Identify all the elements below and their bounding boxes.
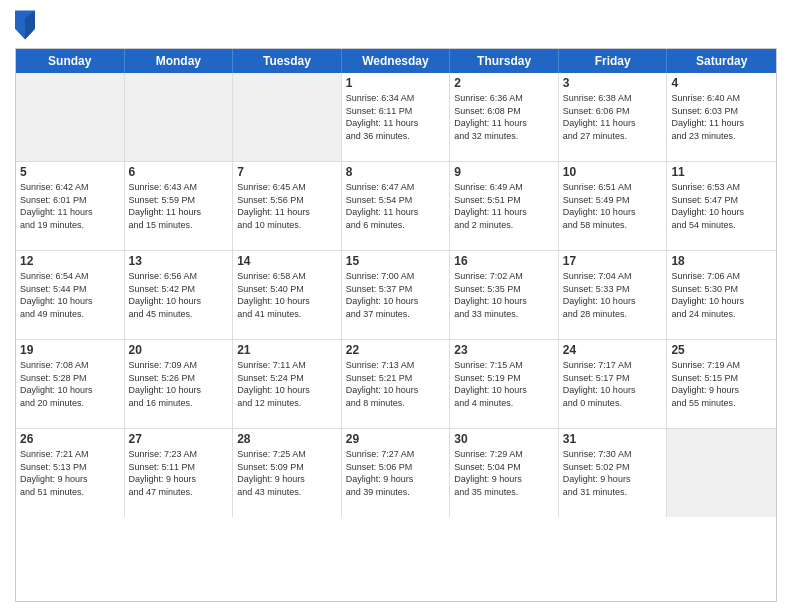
calendar-cell: 22Sunrise: 7:13 AM Sunset: 5:21 PM Dayli… <box>342 340 451 428</box>
calendar-cell: 24Sunrise: 7:17 AM Sunset: 5:17 PM Dayli… <box>559 340 668 428</box>
day-info: Sunrise: 7:19 AM Sunset: 5:15 PM Dayligh… <box>671 359 772 409</box>
calendar-week-row: 12Sunrise: 6:54 AM Sunset: 5:44 PM Dayli… <box>16 251 776 340</box>
day-info: Sunrise: 7:02 AM Sunset: 5:35 PM Dayligh… <box>454 270 554 320</box>
calendar-cell: 21Sunrise: 7:11 AM Sunset: 5:24 PM Dayli… <box>233 340 342 428</box>
day-info: Sunrise: 7:06 AM Sunset: 5:30 PM Dayligh… <box>671 270 772 320</box>
day-info: Sunrise: 7:15 AM Sunset: 5:19 PM Dayligh… <box>454 359 554 409</box>
calendar-cell: 13Sunrise: 6:56 AM Sunset: 5:42 PM Dayli… <box>125 251 234 339</box>
weekday-header: Tuesday <box>233 49 342 73</box>
day-info: Sunrise: 7:08 AM Sunset: 5:28 PM Dayligh… <box>20 359 120 409</box>
calendar-cell: 27Sunrise: 7:23 AM Sunset: 5:11 PM Dayli… <box>125 429 234 517</box>
day-info: Sunrise: 7:30 AM Sunset: 5:02 PM Dayligh… <box>563 448 663 498</box>
day-info: Sunrise: 6:38 AM Sunset: 6:06 PM Dayligh… <box>563 92 663 142</box>
day-number: 10 <box>563 165 663 179</box>
day-number: 30 <box>454 432 554 446</box>
calendar-header: SundayMondayTuesdayWednesdayThursdayFrid… <box>16 49 776 73</box>
calendar-cell: 3Sunrise: 6:38 AM Sunset: 6:06 PM Daylig… <box>559 73 668 161</box>
day-info: Sunrise: 6:51 AM Sunset: 5:49 PM Dayligh… <box>563 181 663 231</box>
header <box>15 10 777 40</box>
calendar-week-row: 5Sunrise: 6:42 AM Sunset: 6:01 PM Daylig… <box>16 162 776 251</box>
day-info: Sunrise: 7:29 AM Sunset: 5:04 PM Dayligh… <box>454 448 554 498</box>
day-info: Sunrise: 6:53 AM Sunset: 5:47 PM Dayligh… <box>671 181 772 231</box>
calendar-cell: 31Sunrise: 7:30 AM Sunset: 5:02 PM Dayli… <box>559 429 668 517</box>
day-info: Sunrise: 6:34 AM Sunset: 6:11 PM Dayligh… <box>346 92 446 142</box>
calendar-cell: 17Sunrise: 7:04 AM Sunset: 5:33 PM Dayli… <box>559 251 668 339</box>
day-number: 12 <box>20 254 120 268</box>
day-info: Sunrise: 7:23 AM Sunset: 5:11 PM Dayligh… <box>129 448 229 498</box>
day-info: Sunrise: 6:43 AM Sunset: 5:59 PM Dayligh… <box>129 181 229 231</box>
day-info: Sunrise: 6:56 AM Sunset: 5:42 PM Dayligh… <box>129 270 229 320</box>
calendar-cell: 6Sunrise: 6:43 AM Sunset: 5:59 PM Daylig… <box>125 162 234 250</box>
day-number: 28 <box>237 432 337 446</box>
logo <box>15 10 38 40</box>
calendar-cell: 12Sunrise: 6:54 AM Sunset: 5:44 PM Dayli… <box>16 251 125 339</box>
day-number: 29 <box>346 432 446 446</box>
day-number: 5 <box>20 165 120 179</box>
calendar-cell: 2Sunrise: 6:36 AM Sunset: 6:08 PM Daylig… <box>450 73 559 161</box>
page: SundayMondayTuesdayWednesdayThursdayFrid… <box>0 0 792 612</box>
day-number: 11 <box>671 165 772 179</box>
day-info: Sunrise: 7:27 AM Sunset: 5:06 PM Dayligh… <box>346 448 446 498</box>
calendar-cell: 14Sunrise: 6:58 AM Sunset: 5:40 PM Dayli… <box>233 251 342 339</box>
calendar-cell: 20Sunrise: 7:09 AM Sunset: 5:26 PM Dayli… <box>125 340 234 428</box>
day-info: Sunrise: 6:36 AM Sunset: 6:08 PM Dayligh… <box>454 92 554 142</box>
calendar-week-row: 26Sunrise: 7:21 AM Sunset: 5:13 PM Dayli… <box>16 429 776 517</box>
day-number: 9 <box>454 165 554 179</box>
day-info: Sunrise: 7:17 AM Sunset: 5:17 PM Dayligh… <box>563 359 663 409</box>
day-number: 26 <box>20 432 120 446</box>
calendar-week-row: 19Sunrise: 7:08 AM Sunset: 5:28 PM Dayli… <box>16 340 776 429</box>
weekday-header: Monday <box>125 49 234 73</box>
calendar-cell: 1Sunrise: 6:34 AM Sunset: 6:11 PM Daylig… <box>342 73 451 161</box>
calendar-cell: 8Sunrise: 6:47 AM Sunset: 5:54 PM Daylig… <box>342 162 451 250</box>
day-info: Sunrise: 6:47 AM Sunset: 5:54 PM Dayligh… <box>346 181 446 231</box>
calendar-cell <box>233 73 342 161</box>
calendar-cell <box>667 429 776 517</box>
day-info: Sunrise: 6:40 AM Sunset: 6:03 PM Dayligh… <box>671 92 772 142</box>
day-info: Sunrise: 7:11 AM Sunset: 5:24 PM Dayligh… <box>237 359 337 409</box>
day-number: 1 <box>346 76 446 90</box>
calendar-cell: 7Sunrise: 6:45 AM Sunset: 5:56 PM Daylig… <box>233 162 342 250</box>
day-number: 19 <box>20 343 120 357</box>
day-number: 8 <box>346 165 446 179</box>
calendar-body: 1Sunrise: 6:34 AM Sunset: 6:11 PM Daylig… <box>16 73 776 517</box>
day-number: 17 <box>563 254 663 268</box>
day-number: 27 <box>129 432 229 446</box>
calendar-cell: 18Sunrise: 7:06 AM Sunset: 5:30 PM Dayli… <box>667 251 776 339</box>
day-number: 15 <box>346 254 446 268</box>
day-info: Sunrise: 6:42 AM Sunset: 6:01 PM Dayligh… <box>20 181 120 231</box>
day-info: Sunrise: 7:00 AM Sunset: 5:37 PM Dayligh… <box>346 270 446 320</box>
calendar-cell: 28Sunrise: 7:25 AM Sunset: 5:09 PM Dayli… <box>233 429 342 517</box>
calendar-week-row: 1Sunrise: 6:34 AM Sunset: 6:11 PM Daylig… <box>16 73 776 162</box>
calendar-cell: 19Sunrise: 7:08 AM Sunset: 5:28 PM Dayli… <box>16 340 125 428</box>
day-number: 24 <box>563 343 663 357</box>
day-number: 21 <box>237 343 337 357</box>
day-info: Sunrise: 7:13 AM Sunset: 5:21 PM Dayligh… <box>346 359 446 409</box>
day-number: 3 <box>563 76 663 90</box>
calendar-cell: 15Sunrise: 7:00 AM Sunset: 5:37 PM Dayli… <box>342 251 451 339</box>
weekday-header: Wednesday <box>342 49 451 73</box>
calendar-cell: 16Sunrise: 7:02 AM Sunset: 5:35 PM Dayli… <box>450 251 559 339</box>
calendar-cell: 11Sunrise: 6:53 AM Sunset: 5:47 PM Dayli… <box>667 162 776 250</box>
day-number: 18 <box>671 254 772 268</box>
day-number: 14 <box>237 254 337 268</box>
day-number: 6 <box>129 165 229 179</box>
day-number: 16 <box>454 254 554 268</box>
day-number: 22 <box>346 343 446 357</box>
calendar: SundayMondayTuesdayWednesdayThursdayFrid… <box>15 48 777 602</box>
day-number: 20 <box>129 343 229 357</box>
day-number: 23 <box>454 343 554 357</box>
day-info: Sunrise: 7:21 AM Sunset: 5:13 PM Dayligh… <box>20 448 120 498</box>
logo-icon <box>15 10 35 40</box>
calendar-cell: 4Sunrise: 6:40 AM Sunset: 6:03 PM Daylig… <box>667 73 776 161</box>
day-number: 4 <box>671 76 772 90</box>
calendar-cell: 29Sunrise: 7:27 AM Sunset: 5:06 PM Dayli… <box>342 429 451 517</box>
day-info: Sunrise: 7:25 AM Sunset: 5:09 PM Dayligh… <box>237 448 337 498</box>
weekday-header: Thursday <box>450 49 559 73</box>
weekday-header: Saturday <box>667 49 776 73</box>
day-number: 31 <box>563 432 663 446</box>
day-number: 7 <box>237 165 337 179</box>
day-number: 25 <box>671 343 772 357</box>
calendar-cell: 26Sunrise: 7:21 AM Sunset: 5:13 PM Dayli… <box>16 429 125 517</box>
calendar-cell: 25Sunrise: 7:19 AM Sunset: 5:15 PM Dayli… <box>667 340 776 428</box>
calendar-cell: 30Sunrise: 7:29 AM Sunset: 5:04 PM Dayli… <box>450 429 559 517</box>
